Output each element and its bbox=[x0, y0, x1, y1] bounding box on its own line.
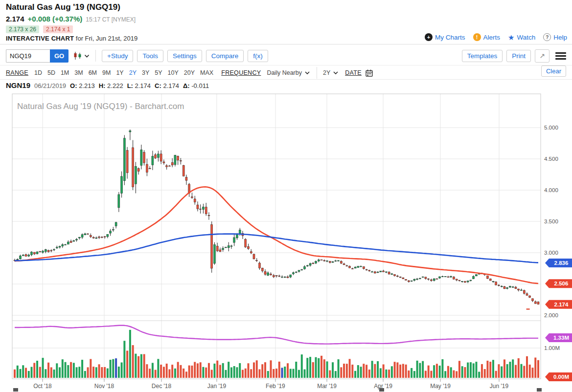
symbol-input[interactable] bbox=[6, 49, 50, 63]
chart-toolbar: GO +Study Tools Settings Compare f(x) Te… bbox=[6, 48, 566, 63]
svg-text:Feb '19: Feb '19 bbox=[266, 383, 285, 390]
page-subtitle: INTERACTIVE CHART for Fri, Jun 21st, 201… bbox=[6, 35, 137, 42]
help-link[interactable]: ? Help bbox=[543, 33, 567, 41]
range-label[interactable]: RANGE bbox=[6, 69, 28, 76]
quote-summary: 2.174 +0.008 (+0.37%) 15:17 CT [NYMEX] bbox=[6, 15, 136, 23]
svg-text:May '19: May '19 bbox=[430, 383, 451, 390]
range-1y[interactable]: 1Y bbox=[116, 69, 123, 76]
tools-button[interactable]: Tools bbox=[137, 50, 163, 62]
range-2y-selected[interactable]: 2Y bbox=[129, 69, 137, 76]
range-1m[interactable]: 1M bbox=[61, 69, 69, 76]
ohlc-readout: NGN19 06/21/2019 O: 2.213 H: 2.222 L: 2.… bbox=[6, 81, 209, 89]
bid-ask-row: 2.173 x 26 2.174 x 1 bbox=[6, 25, 73, 33]
add-study-button[interactable]: +Study bbox=[102, 50, 133, 62]
contract-symbol: NGN19 bbox=[6, 81, 30, 89]
frequency-value: Daily Nearby bbox=[267, 69, 302, 76]
range-3m[interactable]: 3M bbox=[74, 69, 83, 76]
star-icon: ★ bbox=[508, 34, 514, 41]
toolbar-right-group: Templates Print ↗ bbox=[462, 49, 566, 63]
period-dropdown[interactable]: 2Y bbox=[323, 69, 338, 76]
interactive-price-chart[interactable]: Natural Gas Aug '19 (NGQ19) - Barchart.c… bbox=[0, 93, 572, 392]
rangebar-divider-line bbox=[0, 79, 572, 80]
frequency-label[interactable]: FREQUENCY bbox=[221, 69, 261, 76]
range-6m[interactable]: 6M bbox=[89, 69, 97, 76]
svg-text:Jan '19: Jan '19 bbox=[207, 383, 227, 390]
header-divider bbox=[0, 44, 572, 44]
range-5y[interactable]: 5Y bbox=[155, 69, 162, 76]
high-value: 2.222 bbox=[107, 82, 123, 89]
svg-text:Nov '18: Nov '18 bbox=[94, 383, 114, 390]
high-label: H: bbox=[99, 82, 106, 89]
open-value: 2.213 bbox=[79, 82, 95, 89]
compare-button[interactable]: Compare bbox=[206, 50, 244, 62]
svg-text:1.00M: 1.00M bbox=[544, 345, 560, 351]
svg-text:Jun '19: Jun '19 bbox=[490, 383, 509, 390]
low-label: L: bbox=[127, 82, 133, 89]
chart-type-dropdown[interactable] bbox=[73, 51, 90, 60]
go-button[interactable]: GO bbox=[50, 49, 69, 63]
watch-link[interactable]: ★ Watch bbox=[508, 34, 535, 41]
close-label: C: bbox=[155, 82, 161, 89]
alerts-label: Alerts bbox=[483, 34, 501, 41]
fx-button[interactable]: f(x) bbox=[248, 50, 268, 62]
svg-text:4.500: 4.500 bbox=[544, 156, 558, 162]
page-sublabel: for Fri, Jun 21st, 2019 bbox=[74, 35, 137, 42]
my-charts-label: My Charts bbox=[435, 34, 465, 41]
price-change: +0.008 (+0.37%) bbox=[28, 15, 83, 23]
range-max[interactable]: MAX bbox=[200, 69, 213, 76]
calendar-icon[interactable] bbox=[366, 69, 373, 77]
svg-text:3.500: 3.500 bbox=[544, 218, 558, 224]
clear-button[interactable]: Clear bbox=[541, 65, 566, 77]
question-circle-icon: ? bbox=[543, 33, 551, 41]
range-9m[interactable]: 9M bbox=[102, 69, 111, 76]
range-20y[interactable]: 20Y bbox=[184, 69, 195, 76]
chevron-down-icon bbox=[305, 71, 310, 74]
close-value: 2.174 bbox=[163, 82, 179, 89]
bid-chip: 2.173 x 26 bbox=[6, 25, 39, 33]
change-value: -0.011 bbox=[191, 82, 209, 89]
frequency-dropdown[interactable]: Daily Nearby bbox=[267, 69, 310, 76]
header-links: + My Charts ! Alerts ★ Watch ? Help bbox=[425, 33, 567, 41]
period-value: 2Y bbox=[323, 69, 330, 76]
svg-text:1.33M: 1.33M bbox=[553, 335, 569, 341]
settings-button[interactable]: Settings bbox=[167, 50, 202, 62]
page-label: INTERACTIVE CHART bbox=[6, 35, 74, 42]
symbol-search: GO bbox=[6, 49, 69, 63]
svg-text:Dec '18: Dec '18 bbox=[152, 383, 172, 390]
help-label: Help bbox=[553, 34, 567, 41]
svg-text:Natural Gas Aug '19 (NGQ19) -: Natural Gas Aug '19 (NGQ19) - Barchart.c… bbox=[17, 102, 184, 111]
date-label[interactable]: DATE bbox=[345, 69, 362, 76]
last-price: 2.174 bbox=[6, 15, 24, 23]
plus-circle-icon: + bbox=[425, 33, 433, 41]
hamburger-menu-button[interactable] bbox=[555, 51, 566, 61]
chevron-down-icon bbox=[84, 54, 90, 58]
svg-text:3.000: 3.000 bbox=[544, 250, 558, 256]
range-1d[interactable]: 1D bbox=[34, 69, 42, 76]
change-label: Δ: bbox=[183, 82, 190, 89]
watch-label: Watch bbox=[517, 34, 535, 41]
svg-text:Oct '18: Oct '18 bbox=[33, 383, 52, 390]
my-charts-link[interactable]: + My Charts bbox=[425, 33, 465, 41]
range-10y[interactable]: 10Y bbox=[168, 69, 179, 76]
toolbar-divider bbox=[95, 50, 96, 62]
alerts-link[interactable]: ! Alerts bbox=[473, 33, 501, 41]
print-button[interactable]: Print bbox=[506, 50, 531, 62]
svg-text:2.174: 2.174 bbox=[554, 302, 569, 307]
range-3y[interactable]: 3Y bbox=[142, 69, 149, 76]
candlestick-icon bbox=[73, 51, 82, 60]
alert-circle-icon: ! bbox=[473, 33, 481, 41]
templates-button[interactable]: Templates bbox=[462, 50, 503, 62]
toolbar-divider-line bbox=[0, 65, 572, 65]
hamburger-icon bbox=[555, 52, 566, 60]
svg-text:Mar '19: Mar '19 bbox=[317, 383, 337, 390]
expand-chart-button[interactable]: ↗ bbox=[535, 49, 549, 63]
contract-date: 06/21/2019 bbox=[34, 82, 66, 89]
ask-chip: 2.174 x 1 bbox=[43, 25, 73, 33]
svg-text:5.000: 5.000 bbox=[544, 125, 558, 131]
open-label: O: bbox=[70, 82, 77, 89]
svg-text:2.836: 2.836 bbox=[554, 260, 569, 266]
svg-text:2.000: 2.000 bbox=[544, 312, 558, 318]
expand-arrow-icon: ↗ bbox=[539, 52, 545, 60]
page-title: Natural Gas Aug '19 (NGQ19) bbox=[6, 2, 120, 12]
range-5d[interactable]: 5D bbox=[47, 69, 55, 76]
